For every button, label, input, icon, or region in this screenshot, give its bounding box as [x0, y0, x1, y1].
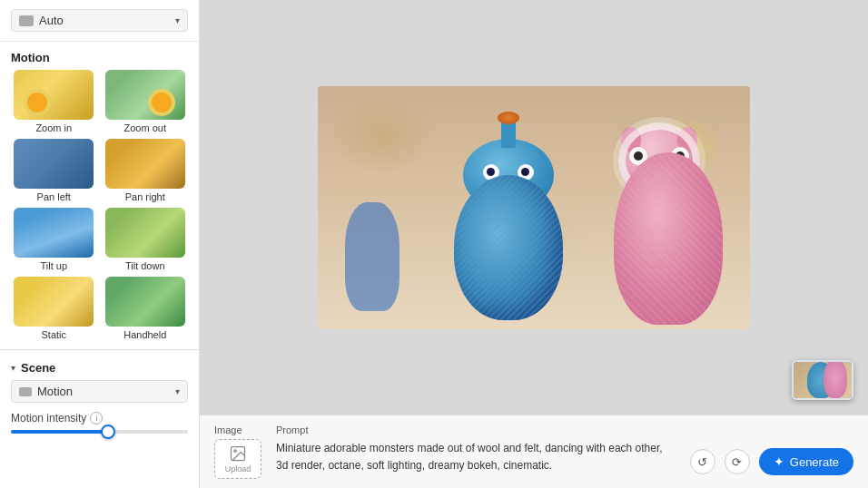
motion-intensity-label: Motion intensity: [11, 412, 86, 425]
main-image: [318, 86, 750, 329]
bottom-bar: Image Upload Prompt Miniature adorable m…: [200, 415, 868, 488]
thumb-mini-pink: [824, 360, 847, 398]
redo-icon: ⟳: [732, 455, 742, 469]
motion-thumb-handheld: [105, 277, 185, 327]
bg-figure: [345, 202, 399, 311]
scene-chevron-icon: ▾: [11, 363, 15, 373]
motion-thumb-static: [14, 277, 94, 327]
motion-thumb-tilt-down: [105, 208, 185, 258]
motion-label-static: Static: [41, 329, 66, 340]
motion-item-zoom-out[interactable]: Zoom out: [103, 70, 189, 133]
thumbnail-preview: [792, 360, 853, 400]
image-upload-area: Image Upload: [214, 425, 261, 479]
motion-item-pan-right[interactable]: Pan right: [103, 139, 189, 202]
thumb-mini-scene: [794, 362, 852, 398]
pink-monster-body: [614, 152, 723, 325]
motion-intensity-row: Motion intensity i: [0, 410, 199, 441]
svg-point-1: [234, 450, 237, 453]
scene-chevron-down-icon: ▾: [175, 386, 180, 396]
motion-item-pan-left[interactable]: Pan left: [11, 139, 97, 202]
prompt-label: Prompt: [276, 425, 676, 435]
motion-thumb-zoom-out: [105, 70, 185, 120]
motion-label-tilt-down: Tilt down: [125, 260, 165, 271]
wool-scene: [318, 86, 750, 329]
upload-label: Upload: [225, 464, 252, 473]
generate-label: Generate: [790, 455, 839, 469]
motion-thumb-pan-right: [105, 139, 185, 189]
sidebar-top: Auto ▾: [0, 0, 199, 42]
motion-item-static[interactable]: Static: [11, 277, 97, 340]
dropdown-row-left: Auto: [19, 14, 64, 27]
generate-button[interactable]: ✦ Generate: [759, 448, 853, 475]
blue-antenna: [501, 121, 516, 148]
slider-thumb[interactable]: [101, 425, 115, 439]
motion-item-tilt-down[interactable]: Tilt down: [103, 208, 189, 271]
upload-icon: [229, 444, 247, 463]
prompt-text: Miniature adorable monsters made out of …: [276, 442, 663, 472]
motion-item-tilt-up[interactable]: Tilt up: [11, 208, 97, 271]
motion-label-tilt-up: Tilt up: [40, 260, 67, 271]
motion-label-handheld: Handheld: [123, 329, 166, 340]
motion-thumb-zoom-in: [14, 70, 94, 120]
undo-icon: ↺: [697, 455, 707, 469]
motion-label-zoom-in: Zoom in: [35, 122, 72, 133]
scene-header[interactable]: ▾ Scene: [0, 357, 199, 380]
image-label: Image: [214, 425, 242, 435]
motion-item-zoom-in[interactable]: Zoom in: [11, 70, 97, 133]
auto-dropdown[interactable]: Auto ▾: [11, 9, 188, 32]
scene-motion-label: Motion: [37, 385, 73, 398]
sparkle-icon: ✦: [774, 454, 784, 469]
redo-button[interactable]: ⟳: [725, 449, 750, 474]
motion-section-label: Motion: [0, 42, 199, 70]
motion-label-pan-left: Pan left: [37, 191, 71, 202]
sidebar: Auto ▾ Motion Zoom in Zoom out Pan left: [0, 0, 200, 488]
slider-fill: [11, 430, 108, 434]
bottom-actions: ↺ ⟳ ✦ Generate: [690, 448, 853, 475]
motion-intensity-slider[interactable]: [11, 430, 188, 434]
chevron-down-icon: ▾: [175, 15, 180, 25]
scene-motion-icon: [19, 387, 32, 396]
undo-button[interactable]: ↺: [690, 449, 715, 474]
blue-monster-body: [454, 175, 563, 320]
prompt-area: Prompt Miniature adorable monsters made …: [276, 425, 676, 473]
motion-intensity-label-row: Motion intensity i: [11, 412, 188, 425]
scene-section-label: Scene: [21, 361, 55, 375]
motion-grid: Zoom in Zoom out Pan left Pan right Tilt…: [0, 70, 199, 349]
main-content: Image Upload Prompt Miniature adorable m…: [200, 0, 868, 488]
motion-item-handheld[interactable]: Handheld: [103, 277, 189, 340]
motion-thumb-pan-left: [14, 139, 94, 189]
main-layout: Auto ▾ Motion Zoom in Zoom out Pan left: [0, 0, 868, 488]
motion-label-zoom-out: Zoom out: [124, 122, 166, 133]
motion-thumb-tilt-up: [14, 208, 94, 258]
upload-button[interactable]: Upload: [214, 439, 261, 479]
dropdown-label: Auto: [39, 14, 64, 27]
pink-monster: [605, 125, 732, 325]
motion-label-pan-right: Pan right: [125, 191, 165, 202]
scene-dropdown-left: Motion: [19, 385, 73, 398]
info-icon[interactable]: i: [90, 412, 103, 425]
blue-monster: [436, 139, 581, 320]
canvas-area: [200, 0, 868, 415]
scene-section: ▾ Scene Motion ▾ Motion intensity i: [0, 349, 199, 448]
scene-motion-dropdown[interactable]: Motion ▾: [11, 380, 188, 403]
auto-icon: [19, 15, 34, 26]
